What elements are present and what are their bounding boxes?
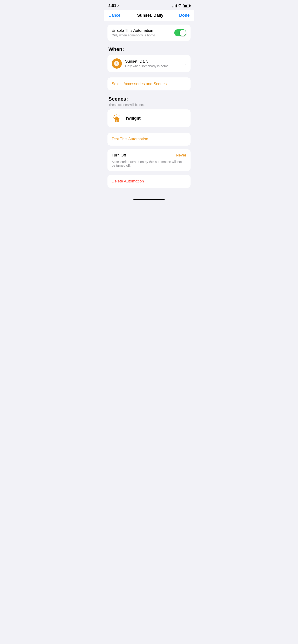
wifi-icon: [178, 4, 182, 8]
scenes-section-header: Scenes:: [108, 96, 190, 102]
test-automation-card[interactable]: Test This Automation: [107, 132, 191, 146]
time-display: 2:01: [108, 4, 116, 8]
scenes-subtitle: These scenes will be set.: [108, 103, 190, 107]
svg-line-3: [119, 115, 120, 116]
chevron-right-icon: ›: [185, 62, 186, 66]
nav-bar: Cancel Sunset, Daily Done: [104, 10, 194, 21]
when-section-header: When:: [108, 46, 190, 52]
svg-marker-5: [114, 116, 120, 119]
enable-subtitle: Only when somebody is home: [112, 34, 174, 37]
twilight-scene-icon: [112, 113, 122, 123]
twilight-scene-card[interactable]: Twilight: [107, 110, 191, 127]
nav-title: Sunset, Daily: [137, 13, 163, 18]
delete-automation-label[interactable]: Delete Automation: [112, 179, 144, 183]
turnoff-card: Turn Off Never Accessories turned on by …: [107, 149, 191, 171]
when-item-subtitle: Only when somebody is home: [125, 64, 182, 68]
signal-icon: [172, 4, 177, 8]
svg-line-2: [114, 115, 115, 116]
toggle-thumb: [180, 30, 186, 36]
enable-automation-card: Enable This Automation Only when somebod…: [107, 24, 191, 41]
main-content: Enable This Automation Only when somebod…: [104, 21, 194, 197]
cancel-button[interactable]: Cancel: [108, 13, 121, 18]
status-bar: 2:01 ➤: [104, 0, 194, 10]
turnoff-description: Accessories turned on by this automation…: [112, 160, 186, 168]
select-accessories-label[interactable]: Select Accessories and Scenes...: [112, 82, 170, 86]
svg-rect-7: [116, 120, 117, 122]
when-text: Sunset, Daily Only when somebody is home: [125, 59, 182, 68]
status-time: 2:01 ➤: [108, 4, 119, 8]
home-indicator: [104, 197, 194, 204]
done-button[interactable]: Done: [179, 13, 190, 18]
status-icons: [172, 4, 190, 8]
when-item-title: Sunset, Daily: [125, 59, 182, 64]
home-bar: [133, 199, 165, 200]
when-item-card[interactable]: Sunset, Daily Only when somebody is home…: [107, 55, 191, 72]
enable-toggle[interactable]: [174, 29, 186, 36]
battery-icon: [183, 4, 190, 8]
scenes-section: Scenes: These scenes will be set.: [107, 96, 191, 127]
turnoff-value: Never: [176, 153, 186, 158]
enable-text-block: Enable This Automation Only when somebod…: [112, 28, 174, 37]
clock-icon: [112, 58, 122, 68]
enable-title: Enable This Automation: [112, 28, 174, 33]
turnoff-label: Turn Off: [112, 153, 126, 158]
delete-automation-card[interactable]: Delete Automation: [107, 175, 191, 188]
twilight-name: Twilight: [125, 116, 141, 121]
turnoff-row: Turn Off Never: [112, 153, 186, 158]
test-automation-label[interactable]: Test This Automation: [112, 137, 148, 141]
location-arrow-icon: ➤: [117, 4, 119, 8]
select-accessories-card[interactable]: Select Accessories and Scenes...: [107, 78, 191, 90]
